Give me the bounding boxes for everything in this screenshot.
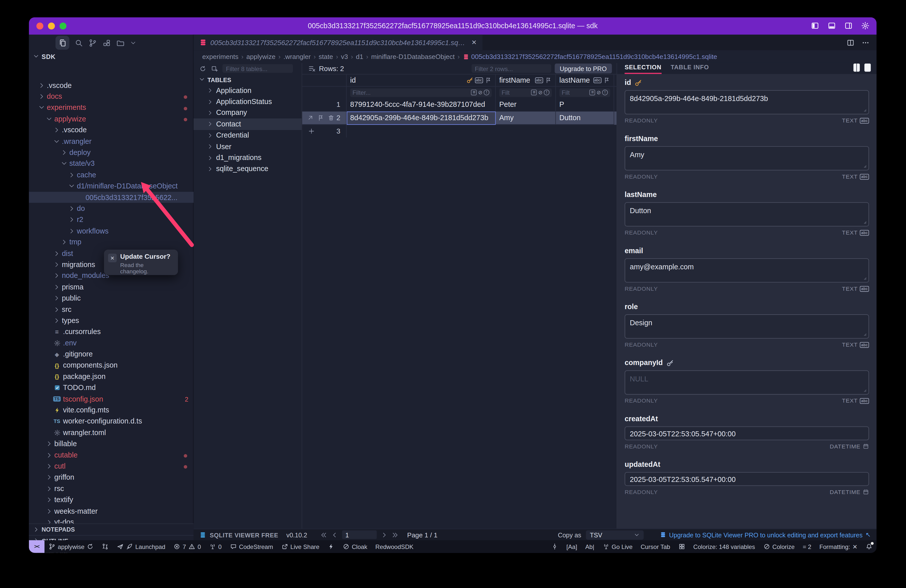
status-cloak[interactable]: Cloak — [338, 540, 371, 553]
filter-mode-icon[interactable]: ≡ — [590, 89, 595, 95]
tree-item-weeks-matter[interactable]: weeks-matter — [29, 505, 194, 516]
status-notifications[interactable] — [861, 540, 877, 553]
column-header-id[interactable]: id abc — [347, 75, 496, 86]
filter-rows-input[interactable] — [471, 64, 551, 73]
resize-handle-icon[interactable] — [862, 164, 868, 169]
filter-null-icon[interactable]: ! — [544, 89, 549, 95]
toggle-panel-icon[interactable] — [828, 21, 836, 30]
refresh-icon[interactable] — [199, 65, 206, 72]
close-window-button[interactable] — [36, 22, 43, 29]
tree-item--vscode[interactable]: .vscode — [29, 124, 194, 135]
table-item-sqlite_sequence[interactable]: sqlite_sequence — [193, 163, 301, 174]
field-input[interactable]: 2025-03-05T22:53:05.547+00:00 — [625, 427, 869, 440]
copy-format-select[interactable]: TSV — [586, 530, 643, 539]
status-colorize[interactable]: Colorize — [759, 540, 799, 553]
tree-item-cutl[interactable]: cutl — [29, 461, 194, 472]
hide-rows-icon[interactable] — [308, 65, 316, 72]
cell-lastname[interactable]: P — [556, 98, 614, 112]
add-row-icon[interactable] — [308, 128, 315, 135]
editor-layout-icon[interactable] — [102, 38, 111, 47]
filter-input[interactable]: Filter... ≡⊘! — [350, 88, 492, 97]
split-panel-icon[interactable] — [853, 64, 860, 72]
status-grid-tool[interactable] — [674, 540, 689, 553]
source-control-icon[interactable] — [88, 38, 97, 47]
cell-id[interactable]: 87991240-5ccc-4fa7-914e-39b287107ded — [347, 98, 496, 112]
upgrade-pro-link[interactable]: Upgrade to SQLite Viewer PRO to unlock e… — [660, 531, 871, 539]
prev-page-icon[interactable] — [331, 531, 338, 539]
table-item-application[interactable]: Application — [193, 85, 301, 96]
filter-mode-icon[interactable]: ≡ — [531, 89, 537, 95]
tree-item-components-json[interactable]: {}components.json — [29, 360, 194, 371]
status-ports[interactable]: 0 — [205, 540, 226, 553]
minimize-window-button[interactable] — [48, 22, 55, 29]
status-redwood-sdk[interactable]: RedwoodSDK — [372, 540, 418, 553]
breadcrumb-item-experiments[interactable]: experiments — [202, 53, 239, 60]
next-page-icon[interactable] — [381, 531, 388, 539]
table-item-user[interactable]: User — [193, 141, 301, 152]
tab-sqlite-file[interactable]: 005cb3d3133217f352562272facf516778925ea1… — [193, 35, 482, 50]
resize-handle-icon[interactable] — [862, 276, 868, 281]
tree-item-d1-miniflare-d1databaseobject[interactable]: d1/miniflare-D1DatabaseObject — [29, 181, 194, 192]
tree-item-worker-configuration-d-ts[interactable]: TSworker-configuration.d.ts — [29, 416, 194, 427]
inspector-tab-selection[interactable]: SELECTION — [625, 64, 661, 74]
status-whole-word[interactable]: Ab| — [581, 540, 598, 553]
filter-input[interactable]: Filt ≡⊘! — [499, 88, 552, 97]
status-go-live[interactable]: Go Live — [598, 540, 636, 553]
tree-item-experiments[interactable]: experiments — [29, 102, 194, 113]
tree-item--gitignore[interactable]: ◆.gitignore — [29, 349, 194, 360]
tree-item-cache[interactable]: cache — [29, 169, 194, 180]
status-git-commit[interactable] — [547, 540, 562, 553]
table-row[interactable]: 28d42905a-299b-464e-849b-2181d5dd273bAmy… — [302, 112, 617, 125]
tree-item-griffon[interactable]: griffon — [29, 472, 194, 483]
cell-firstname[interactable]: Amy — [496, 112, 556, 125]
notification-body[interactable]: Read the changelog. — [120, 262, 173, 274]
tree-item--cursorrules[interactable]: ≡.cursorrules — [29, 326, 194, 337]
tree-item-public[interactable]: public — [29, 293, 194, 304]
table-item-d1_migrations[interactable]: d1_migrations — [193, 152, 301, 163]
tree-item--env[interactable]: .env — [29, 337, 194, 348]
chevron-down-icon[interactable] — [130, 40, 136, 46]
tree-item-prisma[interactable]: prisma — [29, 281, 194, 293]
filter-null-icon[interactable]: ! — [484, 89, 490, 95]
filter-input[interactable]: Filt ≡⊘! — [559, 88, 610, 97]
tree-item-billable[interactable]: billable — [29, 438, 194, 449]
column-filter-firstname[interactable]: Filt ≡⊘! — [496, 87, 556, 98]
close-icon[interactable]: ✕ — [108, 254, 116, 262]
status-match-case[interactable]: [Aa] — [562, 540, 581, 553]
tree-item-005cb3d3133217f3525622-[interactable]: 005cb3d3133217f3525622... — [29, 192, 194, 203]
tree-item-r2[interactable]: r2 — [29, 214, 194, 225]
status-colorize-vars[interactable]: Colorize: 148 variables — [689, 540, 759, 553]
new-table-icon[interactable] — [211, 65, 218, 72]
table-item-credential[interactable]: Credential — [193, 130, 301, 141]
status-git-compare[interactable] — [98, 540, 113, 553]
status-live-share[interactable]: Live Share — [277, 540, 324, 553]
table-item-company[interactable]: Company — [193, 107, 301, 118]
tree-item-docs[interactable]: docs — [29, 91, 194, 102]
zoom-window-button[interactable] — [59, 22, 67, 29]
tree-item-workflows[interactable]: workflows — [29, 225, 194, 237]
tree-item-types[interactable]: types — [29, 315, 194, 326]
breadcrumb-item-d1[interactable]: d1 — [356, 53, 363, 60]
field-input[interactable]: 8d42905a-299b-464e-849b-2181d5dd273b — [625, 90, 869, 115]
status-spaces[interactable]: = 2 — [799, 540, 815, 553]
tree-item-tmp[interactable]: tmp — [29, 237, 194, 248]
status-codestream[interactable]: CodeStream — [226, 540, 277, 553]
tree-item-cutable[interactable]: cutable — [29, 449, 194, 461]
workspace-section-header[interactable]: SDK — [29, 51, 193, 62]
status-launchpad[interactable]: Launchpad — [113, 540, 169, 553]
breadcrumb-file[interactable]: 005cb3d3133217f352562272facf516778925ea1… — [463, 53, 717, 60]
last-page-icon[interactable] — [392, 531, 399, 539]
filter-not-icon[interactable]: ⊘ — [597, 89, 601, 95]
status-problems[interactable]: 70 — [169, 540, 205, 553]
field-input[interactable]: NULL — [625, 370, 869, 395]
status-cursor-tab[interactable]: Cursor Tab — [636, 540, 674, 553]
customize-layout-gear-icon[interactable] — [861, 21, 869, 30]
breadcrumb-item-applywize[interactable]: applywize — [246, 53, 276, 60]
column-filter-id[interactable]: Filter... ≡⊘! — [347, 87, 496, 98]
breadcrumb-item-v3[interactable]: v3 — [341, 53, 348, 60]
filter-null-icon[interactable]: ! — [602, 89, 608, 95]
field-input[interactable]: Dutton — [625, 202, 869, 226]
breadcrumb-item-state[interactable]: state — [319, 53, 333, 60]
filter-not-icon[interactable]: ⊘ — [538, 89, 542, 95]
table-item-contact[interactable]: Contact — [193, 119, 301, 130]
